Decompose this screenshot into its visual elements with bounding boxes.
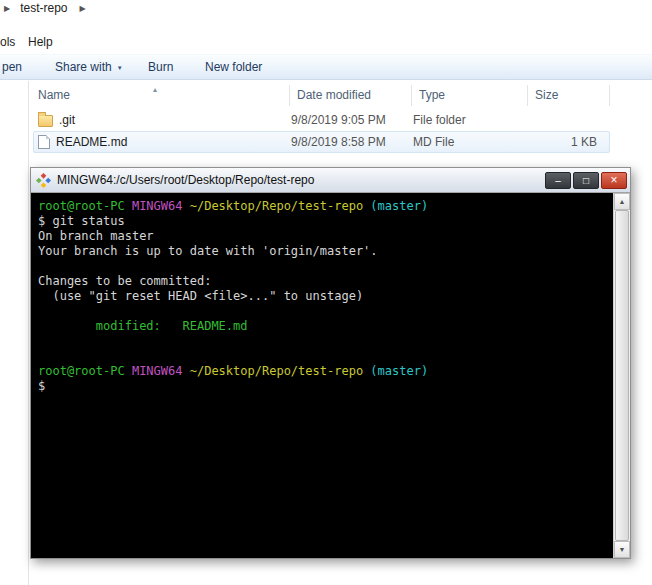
column-header-name[interactable]: Name ▴ [33,85,290,106]
terminal-text-segment: (use "git reset HEAD <file>..." to unsta… [38,289,363,303]
terminal-scrollbar[interactable]: ▲ ▼ [613,193,630,558]
folder-icon [38,115,53,127]
new-folder-button[interactable]: New folder [205,55,262,79]
file-name: README.md [56,135,127,149]
file-icon [38,135,50,149]
terminal-text-segment: Changes to be committed: [38,274,211,288]
file-date-modified: 9/8/2019 8:58 PM [291,135,413,149]
terminal-body[interactable]: root@root-PC MINGW64 ~/Desktop/Repo/test… [31,193,630,558]
column-header-name-label: Name [38,88,70,102]
sort-ascending-icon: ▴ [153,80,157,100]
terminal-line: On branch master [38,229,606,244]
table-row[interactable]: .git9/8/2019 9:05 PMFile folder [33,109,610,131]
terminal-line: $ git status [38,214,606,229]
file-date-modified: 9/8/2019 9:05 PM [291,113,413,127]
file-type: File folder [413,113,529,127]
terminal-text-segment: On branch master [38,229,154,243]
command-toolbar: pen Share with▼ Burn New folder [0,54,652,80]
share-with-label: Share with [55,60,112,74]
terminal-text-segment: ~/Desktop/Repo/test-repo [190,199,371,213]
scrollbar-thumb[interactable] [615,210,629,541]
terminal-line [38,304,606,319]
table-row[interactable]: README.md9/8/2019 8:58 PMMD File1 KB [33,131,610,153]
terminal-line: $ [38,379,606,394]
maximize-button[interactable]: □ [573,172,599,189]
pane-divider [28,81,29,585]
window-controls: – □ × [545,172,627,189]
file-name-cell: README.md [34,135,291,149]
terminal-output: root@root-PC MINGW64 ~/Desktop/Repo/test… [38,199,606,554]
terminal-text-segment: modified: README.md [38,319,248,333]
file-type: MD File [413,135,529,149]
share-with-button[interactable]: Share with▼ [55,55,123,79]
terminal-line: Your branch is up to date with 'origin/m… [38,244,606,259]
file-list: .git9/8/2019 9:05 PMFile folderREADME.md… [33,109,610,153]
file-size: 1 KB [529,135,611,149]
open-button[interactable]: pen [2,55,22,79]
dropdown-arrow-icon: ▼ [117,65,123,71]
git-bash-icon [36,173,51,188]
terminal-text-segment: $ git status [38,214,125,228]
close-button[interactable]: × [601,172,627,189]
terminal-text-segment: (master) [370,364,428,378]
terminal-line: root@root-PC MINGW64 ~/Desktop/Repo/test… [38,199,606,214]
menu-item-tools[interactable]: ols [0,33,15,51]
breadcrumb-arrow-icon: ▶ [80,4,86,13]
breadcrumb[interactable]: ▶ test-repo ▶ [4,0,86,16]
terminal-text-segment: (master) [370,199,428,213]
terminal-line [38,349,606,364]
scroll-up-button[interactable]: ▲ [614,193,630,210]
file-name-cell: .git [34,113,291,127]
terminal-line: modified: README.md [38,319,606,334]
terminal-text-segment: Your branch is up to date with 'origin/m… [38,244,378,258]
terminal-line: (use "git reset HEAD <file>..." to unsta… [38,289,606,304]
column-header-type[interactable]: Type [412,85,528,106]
file-name: .git [59,113,75,127]
menu-bar: ols Help [0,33,652,51]
terminal-window: MINGW64:/c/Users/root/Desktop/Repo/test-… [30,167,631,559]
terminal-line [38,259,606,274]
window-title: MINGW64:/c/Users/root/Desktop/Repo/test-… [57,173,545,187]
minimize-button[interactable]: – [545,172,571,189]
breadcrumb-item[interactable]: test-repo [20,1,67,15]
burn-button[interactable]: Burn [148,55,173,79]
column-header-date-modified[interactable]: Date modified [290,85,412,106]
menu-item-help[interactable]: Help [28,33,53,51]
terminal-line: root@root-PC MINGW64 ~/Desktop/Repo/test… [38,364,606,379]
terminal-line: Changes to be committed: [38,274,606,289]
terminal-text-segment: ~/Desktop/Repo/test-repo [190,364,371,378]
terminal-line [38,334,606,349]
terminal-text-segment: MINGW64 [132,199,190,213]
terminal-text-segment: $ [38,379,45,393]
terminal-text-segment: root@root-PC [38,199,132,213]
column-header-size[interactable]: Size [528,85,610,106]
scroll-down-button[interactable]: ▼ [614,541,630,558]
terminal-text-segment: MINGW64 [132,364,190,378]
terminal-title-bar[interactable]: MINGW64:/c/Users/root/Desktop/Repo/test-… [31,168,630,193]
terminal-text-segment: root@root-PC [38,364,132,378]
column-headers: Name ▴ Date modified Type Size [33,85,610,106]
breadcrumb-arrow-icon: ▶ [4,4,10,13]
